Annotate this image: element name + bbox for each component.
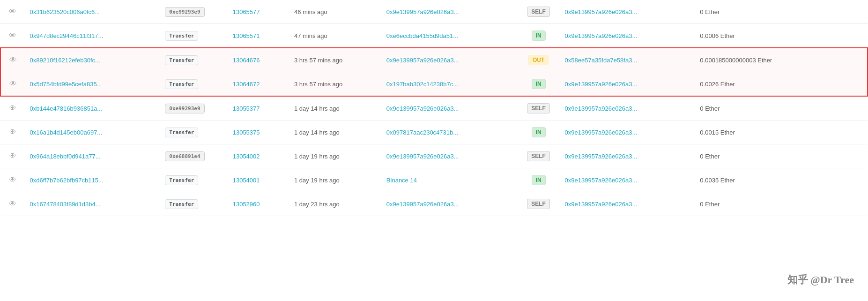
transactions-table-wrapper: 👁0x31b623520c006a0fc6...0xe99293e9130655… <box>0 0 868 216</box>
from-cell: 0xe6eccbda4155d9da51... <box>382 24 517 48</box>
eye-icon[interactable]: 👁 <box>9 200 16 208</box>
block-link[interactable]: 13065571 <box>233 32 260 39</box>
table-row: 👁0x947d8ec29446c11f317...Transfer1306557… <box>0 24 868 48</box>
to-cell: 0x9e139957a926e026a3... <box>560 0 696 24</box>
block-cell: 13054001 <box>228 168 289 192</box>
tx-hash-cell: 0xb144e47816b936851a... <box>25 96 161 120</box>
fee-cell <box>818 24 868 48</box>
eye-cell[interactable]: 👁 <box>0 144 25 168</box>
tx-hash-link[interactable]: 0x167478403f89d1d3b4... <box>30 201 101 208</box>
block-link[interactable]: 13064676 <box>233 57 260 64</box>
direction-cell: SELF <box>517 96 560 120</box>
eye-icon[interactable]: 👁 <box>9 104 16 112</box>
eye-icon[interactable]: 👁 <box>9 8 16 15</box>
eye-cell[interactable]: 👁 <box>0 120 25 144</box>
tx-hash-link[interactable]: 0x31b623520c006a0fc6... <box>30 8 100 15</box>
method-cell: Transfer <box>160 24 228 48</box>
eye-cell[interactable]: 👁 <box>0 192 25 216</box>
age-cell: 1 day 23 hrs ago <box>289 192 382 216</box>
direction-badge: IN <box>532 79 546 89</box>
block-link[interactable]: 13065577 <box>233 8 260 15</box>
eye-icon[interactable]: 👁 <box>9 152 16 160</box>
method-badge: Transfer <box>165 79 198 89</box>
to-address-link[interactable]: 0x9e139957a926e026a3... <box>565 129 638 136</box>
tx-hash-link[interactable]: 0x89210f16212efeb30fc... <box>30 57 100 64</box>
from-address-link[interactable]: 0x9e139957a926e026a3... <box>386 201 459 208</box>
method-cell: Transfer <box>160 48 228 72</box>
direction-badge: SELF <box>527 151 550 161</box>
eye-cell[interactable]: 👁 <box>0 24 25 48</box>
from-cell: 0x197bab302c14238b7c... <box>382 72 517 97</box>
eye-cell[interactable]: 👁 <box>0 72 25 97</box>
tx-hash-link[interactable]: 0xd6ff7b7b62bfb97cb115... <box>30 177 104 184</box>
to-address-link[interactable]: 0x9e139957a926e026a3... <box>565 8 638 15</box>
to-cell: 0x58ee57a35fda7e58fa3... <box>560 48 696 72</box>
tx-hash-link[interactable]: 0x16a1b4d145eb00a697... <box>30 129 103 136</box>
from-cell: 0x9e139957a926e026a3... <box>382 192 517 216</box>
block-cell: 13055377 <box>228 96 289 120</box>
from-address-link[interactable]: 0x9e139957a926e026a3... <box>386 153 459 160</box>
from-address-link[interactable]: 0x097817aac230c4731b... <box>386 129 458 136</box>
block-link[interactable]: 13055377 <box>233 105 260 112</box>
age-cell: 46 mins ago <box>289 0 382 24</box>
value-cell: 0.0006 Ether <box>695 24 818 48</box>
from-address-link[interactable]: 0x9e139957a926e026a3... <box>386 105 459 112</box>
block-link[interactable]: 13055375 <box>233 129 260 136</box>
eye-icon[interactable]: 👁 <box>9 128 16 136</box>
table-row: 👁0x31b623520c006a0fc6...0xe99293e9130655… <box>0 0 868 24</box>
from-cell: 0x097817aac230c4731b... <box>382 120 517 144</box>
block-link[interactable]: 13054002 <box>233 153 260 160</box>
method-badge: Transfer <box>165 55 198 65</box>
eye-cell[interactable]: 👁 <box>0 96 25 120</box>
from-address-link[interactable]: 0xe6eccbda4155d9da51... <box>386 32 458 39</box>
tx-hash-link[interactable]: 0x5d754bfd99e5cefa835... <box>30 81 102 88</box>
direction-cell: IN <box>517 72 560 97</box>
table-row: 👁0x167478403f89d1d3b4...Transfer13052960… <box>0 192 868 216</box>
direction-badge: SELF <box>527 103 550 113</box>
eye-icon[interactable]: 👁 <box>9 176 16 184</box>
to-address-link[interactable]: 0x58ee57a35fda7e58fa3... <box>565 57 638 64</box>
fee-cell <box>818 192 868 216</box>
tx-hash-cell: 0x964a18ebbf0d941a77... <box>25 144 161 168</box>
to-address-link[interactable]: 0x9e139957a926e026a3... <box>565 32 638 39</box>
tx-hash-cell: 0x167478403f89d1d3b4... <box>25 192 161 216</box>
method-cell: Transfer <box>160 168 228 192</box>
method-cell: 0xe99293e9 <box>160 0 228 24</box>
block-link[interactable]: 13064672 <box>233 81 260 88</box>
eye-icon[interactable]: 👁 <box>9 80 17 88</box>
method-cell: Transfer <box>160 192 228 216</box>
eye-icon[interactable]: 👁 <box>9 31 16 39</box>
method-cell: Transfer <box>160 120 228 144</box>
to-address-link[interactable]: 0x9e139957a926e026a3... <box>565 81 638 88</box>
from-address-link[interactable]: Binance 14 <box>386 177 417 184</box>
from-address-link[interactable]: 0x9e139957a926e026a3... <box>386 8 459 15</box>
to-cell: 0x9e139957a926e026a3... <box>560 24 696 48</box>
block-cell: 13064676 <box>228 48 289 72</box>
block-link[interactable]: 13052960 <box>233 201 260 208</box>
table-row: 👁0xb144e47816b936851a...0xe99293e9130553… <box>0 96 868 120</box>
eye-cell[interactable]: 👁 <box>0 48 25 72</box>
block-link[interactable]: 13054001 <box>233 177 260 184</box>
to-address-link[interactable]: 0x9e139957a926e026a3... <box>565 153 638 160</box>
eye-cell[interactable]: 👁 <box>0 0 25 24</box>
fee-cell <box>818 96 868 120</box>
from-address-link[interactable]: 0x9e139957a926e026a3... <box>386 57 459 64</box>
tx-hash-link[interactable]: 0xb144e47816b936851a... <box>30 105 103 112</box>
value-cell: 0.000185000000003 Ether <box>695 48 818 72</box>
method-cell: 0xe99293e9 <box>160 96 228 120</box>
direction-cell: SELF <box>517 192 560 216</box>
to-address-link[interactable]: 0x9e139957a926e026a3... <box>565 105 638 112</box>
from-address-link[interactable]: 0x197bab302c14238b7c... <box>386 81 458 88</box>
eye-icon[interactable]: 👁 <box>9 56 17 64</box>
direction-cell: IN <box>517 24 560 48</box>
to-address-link[interactable]: 0x9e139957a926e026a3... <box>565 177 638 184</box>
fee-cell <box>818 120 868 144</box>
to-address-link[interactable]: 0x9e139957a926e026a3... <box>565 201 638 208</box>
tx-hash-link[interactable]: 0x964a18ebbf0d941a77... <box>30 153 101 160</box>
transactions-table: 👁0x31b623520c006a0fc6...0xe99293e9130655… <box>0 0 868 216</box>
eye-cell[interactable]: 👁 <box>0 168 25 192</box>
tx-hash-link[interactable]: 0x947d8ec29446c11f317... <box>30 32 104 39</box>
value-cell: 0 Ether <box>695 96 818 120</box>
age-cell: 3 hrs 57 mins ago <box>289 72 382 97</box>
block-cell: 13065577 <box>228 0 289 24</box>
